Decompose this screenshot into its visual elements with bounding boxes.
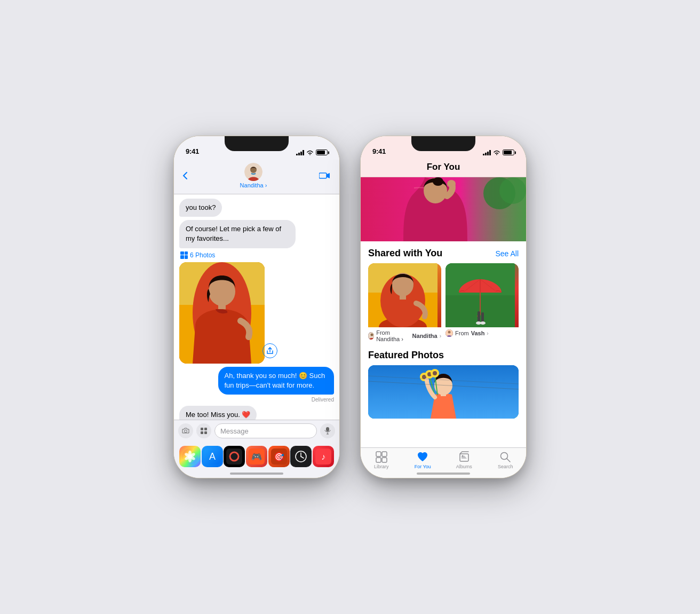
shared-photo-1[interactable]: From Nanditha › Nanditha › bbox=[368, 263, 441, 344]
battery-icon-2 bbox=[503, 149, 514, 155]
tab-search-label: Search bbox=[498, 464, 513, 469]
svg-rect-10 bbox=[204, 428, 207, 430]
message-text: you took? bbox=[186, 203, 216, 211]
photos-count: 6 Photos bbox=[190, 251, 215, 259]
photos-nav-bar: For You bbox=[361, 160, 526, 177]
svg-text:🎮: 🎮 bbox=[251, 452, 262, 462]
hero-photo[interactable] bbox=[361, 177, 526, 241]
home-indicator-2 bbox=[417, 473, 470, 475]
shared-photo-2-image bbox=[446, 263, 519, 327]
back-button[interactable] bbox=[182, 171, 188, 180]
signal-icon-2 bbox=[483, 150, 491, 155]
message-bubble: you took? bbox=[179, 199, 222, 217]
from-vash-name: Vash bbox=[471, 330, 485, 336]
messages-header: Nanditha › bbox=[174, 160, 339, 194]
shared-photo-1-image bbox=[368, 263, 441, 327]
status-bar-photos: 9:41 bbox=[361, 136, 526, 160]
svg-rect-82 bbox=[382, 452, 387, 456]
shared-section-title: Shared with You bbox=[368, 248, 442, 259]
video-call-button[interactable] bbox=[319, 170, 331, 182]
shared-section-header: Shared with You See All bbox=[361, 241, 526, 263]
tab-library-label: Library bbox=[374, 464, 389, 469]
apps-button[interactable] bbox=[196, 423, 211, 438]
svg-point-45 bbox=[447, 180, 456, 187]
message-bubble: Of course! Let me pick a few of my favor… bbox=[179, 220, 296, 248]
svg-rect-83 bbox=[376, 458, 381, 462]
status-time-1: 9:41 bbox=[186, 147, 199, 155]
app-icon-clock[interactable] bbox=[290, 446, 312, 467]
svg-rect-81 bbox=[376, 452, 381, 456]
for-you-icon bbox=[417, 451, 428, 463]
svg-point-42 bbox=[499, 177, 526, 204]
featured-photos-section bbox=[361, 365, 526, 423]
svg-point-44 bbox=[433, 177, 443, 186]
featured-section-header: Featured Photos bbox=[361, 344, 526, 365]
status-icons-1 bbox=[296, 149, 328, 155]
contact-avatar bbox=[244, 163, 262, 181]
svg-point-23 bbox=[188, 454, 192, 459]
svg-rect-50 bbox=[400, 294, 406, 300]
camera-button[interactable] bbox=[178, 423, 193, 438]
signal-icon bbox=[296, 150, 304, 155]
svg-point-78 bbox=[433, 371, 437, 375]
contact-name[interactable]: Nanditha › bbox=[240, 182, 267, 188]
messages-screen: 9:41 bbox=[174, 136, 339, 478]
photos-label: 6 Photos bbox=[180, 251, 334, 259]
status-bar-messages: 9:41 bbox=[174, 136, 339, 160]
photo-message[interactable] bbox=[179, 262, 265, 364]
from-nanditha-text: From Nanditha › bbox=[376, 329, 410, 342]
library-icon bbox=[376, 451, 387, 463]
wifi-icon bbox=[306, 150, 314, 155]
app-icon-photos[interactable] bbox=[179, 446, 201, 467]
message-bubble: Ah, thank you so much! 😊 Such fun trips—… bbox=[218, 367, 335, 395]
app-icon-appstore[interactable]: A bbox=[202, 446, 223, 467]
tab-search[interactable]: Search bbox=[485, 448, 527, 478]
svg-line-88 bbox=[507, 459, 510, 462]
from-chevron-1: › bbox=[440, 333, 441, 339]
see-all-button[interactable]: See All bbox=[495, 249, 519, 258]
tab-library[interactable]: Library bbox=[361, 448, 402, 478]
app-icon-music[interactable]: ♪ bbox=[313, 446, 334, 467]
shared-photo-2[interactable]: From Vash › bbox=[446, 263, 519, 344]
message-input[interactable]: Message bbox=[214, 423, 317, 438]
svg-rect-84 bbox=[382, 458, 387, 462]
from-nanditha-name: Nanditha bbox=[412, 333, 438, 339]
app-icon-game1[interactable]: 🎮 bbox=[246, 446, 267, 467]
svg-point-64 bbox=[448, 331, 451, 334]
message-input-area: Message bbox=[174, 420, 339, 442]
svg-point-8 bbox=[185, 430, 187, 432]
svg-text:♪: ♪ bbox=[321, 452, 325, 461]
from-avatar-1 bbox=[368, 332, 374, 340]
svg-point-62 bbox=[480, 321, 486, 325]
photos-title: For You bbox=[427, 162, 460, 172]
from-nanditha-label[interactable]: From Nanditha › Nanditha › bbox=[368, 327, 441, 344]
contact-info[interactable]: Nanditha › bbox=[240, 163, 267, 188]
mic-button[interactable] bbox=[320, 423, 335, 438]
photos-content: Shared with You See All bbox=[361, 177, 526, 447]
messages-body: you took? Of course! Let me pick a few o… bbox=[174, 194, 339, 420]
iphone-photos: 9:41 For You bbox=[361, 136, 526, 478]
featured-photo-image[interactable] bbox=[368, 365, 519, 419]
from-vash-label[interactable]: From Vash › bbox=[446, 327, 519, 339]
svg-point-52 bbox=[371, 334, 373, 336]
from-avatar-2 bbox=[446, 329, 453, 337]
wifi-icon-2 bbox=[493, 150, 500, 155]
iphone-messages: 9:41 bbox=[174, 136, 339, 478]
search-icon bbox=[499, 451, 511, 463]
from-vash-text: From bbox=[455, 330, 469, 336]
app-icon-wallet[interactable] bbox=[224, 446, 245, 467]
from-chevron-2: › bbox=[487, 330, 488, 336]
photo-image bbox=[179, 262, 265, 364]
tab-albums-label: Albums bbox=[456, 464, 472, 469]
share-button[interactable] bbox=[262, 343, 277, 358]
status-time-2: 9:41 bbox=[372, 147, 386, 155]
app-icon-game2[interactable]: 🎯 bbox=[268, 446, 290, 467]
svg-text:A: A bbox=[209, 451, 216, 462]
svg-rect-11 bbox=[201, 431, 203, 434]
message-text: Me too! Miss you. ❤️ bbox=[186, 411, 250, 419]
svg-rect-26 bbox=[226, 448, 242, 465]
grid-icon bbox=[180, 251, 188, 259]
svg-rect-60 bbox=[481, 312, 484, 322]
delivered-status: Delivered bbox=[312, 397, 334, 403]
home-indicator bbox=[230, 473, 283, 475]
